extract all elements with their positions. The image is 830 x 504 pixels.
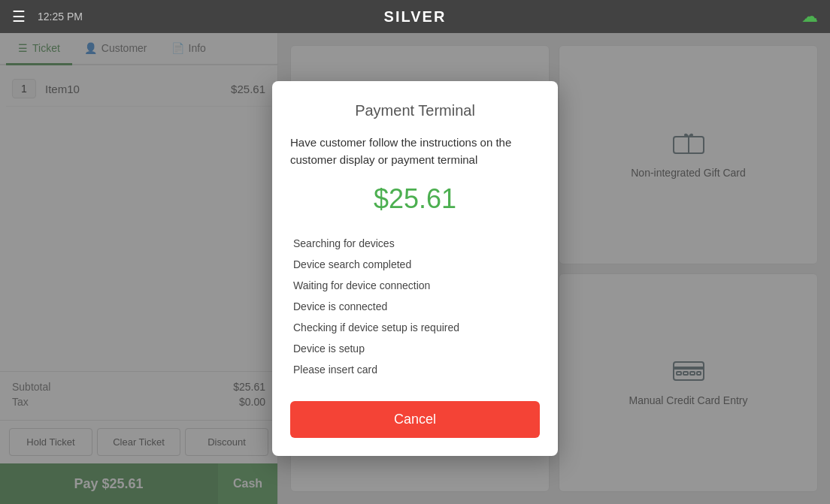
status-item-4: Checking if device setup is required <box>293 317 537 338</box>
modal-overlay: Payment Terminal Have customer follow th… <box>0 33 830 504</box>
status-item-1: Device search completed <box>293 254 537 275</box>
top-bar: ☰ 12:25 PM SILVER ☁ <box>0 0 830 33</box>
cancel-button[interactable]: Cancel <box>290 401 540 438</box>
cloud-icon: ☁ <box>801 7 818 26</box>
status-item-0: Searching for devices <box>293 233 537 254</box>
modal-amount: $25.61 <box>290 183 540 215</box>
main-content: ☰ Ticket 👤 Customer 📄 Info 1 Item10 $25.… <box>0 33 830 504</box>
status-item-6: Please insert card <box>293 359 537 380</box>
status-item-3: Device is connected <box>293 296 537 317</box>
payment-terminal-modal: Payment Terminal Have customer follow th… <box>272 81 558 456</box>
status-item-2: Waiting for device connection <box>293 275 537 296</box>
status-item-5: Device is setup <box>293 338 537 359</box>
menu-icon[interactable]: ☰ <box>12 8 26 26</box>
current-time: 12:25 PM <box>38 11 83 23</box>
app-title: SILVER <box>384 8 447 26</box>
modal-title: Payment Terminal <box>290 102 540 119</box>
modal-status-list: Searching for devices Device search comp… <box>290 233 540 380</box>
modal-instruction: Have customer follow the instructions on… <box>290 134 540 168</box>
